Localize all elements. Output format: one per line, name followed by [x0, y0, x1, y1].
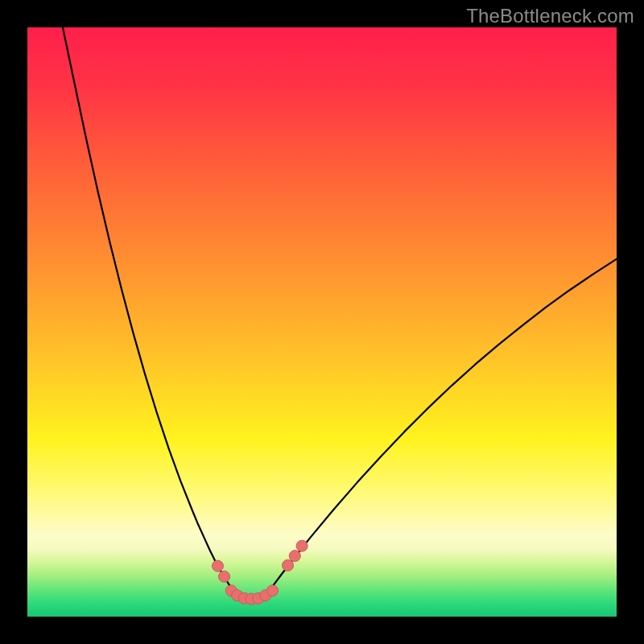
m-floor-7 — [267, 585, 279, 597]
chart-frame: TheBottleneck.com — [0, 0, 644, 644]
m-right-1 — [283, 559, 294, 571]
m-right-2 — [289, 551, 300, 562]
m-left-1 — [212, 560, 223, 572]
marker-group — [212, 540, 308, 605]
watermark-text: TheBottleneck.com — [466, 5, 634, 27]
m-right-3 — [296, 540, 308, 551]
m-left-2 — [218, 571, 229, 582]
bottleneck-curve — [63, 27, 617, 599]
curve-layer — [27, 27, 617, 617]
